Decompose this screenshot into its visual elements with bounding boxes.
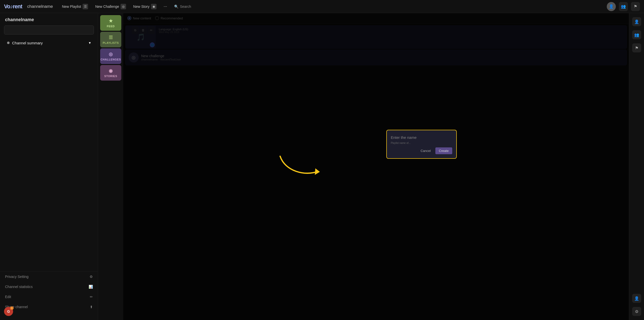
right-icon-people[interactable]: 👥 bbox=[632, 30, 641, 39]
edit-icon: ✏ bbox=[90, 295, 93, 299]
sidebar-dot bbox=[7, 42, 10, 44]
sidebar: channelname Channel summary ▾ Privacy Se… bbox=[0, 13, 98, 320]
new-challenge-label: New Challenge bbox=[95, 5, 119, 9]
nav-channel-name: channelname bbox=[27, 4, 53, 9]
content-area: ★ FEED ☰ PLAYLISTS ◎ CHALLENGES ◉ STORIE… bbox=[98, 13, 629, 320]
arrow-svg bbox=[275, 151, 325, 181]
playlists-label: PLAYLISTS bbox=[103, 41, 119, 44]
dialog-actions: Cancel Create bbox=[391, 147, 452, 154]
create-dialog: Playlist name of... Cancel Create bbox=[386, 130, 457, 159]
challenges-label: CHALLENGES bbox=[101, 58, 121, 61]
new-story-button[interactable]: New Story ◉ bbox=[131, 3, 159, 10]
sidebar-channel-statistics[interactable]: Channel statistics 📊 bbox=[0, 282, 98, 292]
new-challenge-button[interactable]: New Challenge ◎ bbox=[93, 3, 128, 10]
search-placeholder: Search bbox=[180, 5, 191, 9]
grammarly-badge: ! bbox=[10, 306, 14, 310]
grammarly-extension[interactable]: G ! bbox=[4, 307, 13, 316]
tab-challenges[interactable]: ◎ CHALLENGES bbox=[100, 48, 121, 64]
sidebar-edit[interactable]: Edit ✏ bbox=[0, 292, 98, 302]
dialog-subtitle: Playlist name of... bbox=[391, 142, 452, 144]
edit-label: Edit bbox=[5, 295, 11, 299]
chevron-down-icon: ▾ bbox=[89, 41, 91, 45]
stories-icon: ◉ bbox=[109, 68, 113, 74]
content-main: New content Recommended 🎵 ⧉ 🗑 ✏ bbox=[123, 13, 629, 320]
sidebar-item-channel-summary[interactable]: Channel summary ▾ bbox=[2, 38, 96, 48]
search-icon: 🔍 bbox=[174, 5, 178, 9]
sidebar-privacy-setting[interactable]: Privacy Setting ⚙ bbox=[0, 272, 98, 282]
right-icon-person-bottom[interactable]: 👤 bbox=[632, 294, 641, 303]
search-area[interactable]: 🔍 Search bbox=[174, 5, 191, 9]
avatar[interactable]: 👤 bbox=[607, 2, 616, 11]
topnav: Vo♪rent channelname New Playlist ☰ New C… bbox=[0, 0, 644, 13]
playlist-icon: ☰ bbox=[83, 4, 88, 9]
sidebar-channel-summary-label: Channel summary bbox=[12, 41, 43, 45]
create-button[interactable]: Create bbox=[435, 147, 452, 154]
tab-stories[interactable]: ◉ STORIES bbox=[100, 65, 121, 81]
sidebar-bottom: Privacy Setting ⚙ Channel statistics 📊 E… bbox=[0, 271, 98, 316]
sidebar-channel-name: channelname bbox=[0, 17, 98, 25]
more-options-button[interactable]: ⋯ bbox=[162, 4, 169, 10]
feed-icon: ★ bbox=[109, 18, 113, 24]
right-icon-flag[interactable]: ⚑ bbox=[632, 43, 641, 52]
playlists-icon: ☰ bbox=[109, 35, 113, 40]
more-icon: ⋯ bbox=[164, 5, 167, 9]
name-input[interactable] bbox=[391, 134, 452, 141]
nav-right: 👤 👥 ⚑ bbox=[607, 2, 640, 11]
right-sidebar: 👤 👥 ⚑ 👤 ⚙ bbox=[629, 13, 644, 320]
sidebar-item-left: Channel summary bbox=[7, 41, 43, 45]
modal-overlay bbox=[123, 13, 629, 320]
new-story-label: New Story bbox=[133, 5, 149, 9]
tabs-column: ★ FEED ☰ PLAYLISTS ◎ CHALLENGES ◉ STORIE… bbox=[98, 13, 123, 320]
right-icon-person[interactable]: 👤 bbox=[632, 17, 641, 26]
stories-label: STORIES bbox=[104, 75, 117, 78]
privacy-icon: ⚙ bbox=[90, 275, 93, 279]
sidebar-search-box bbox=[4, 25, 94, 35]
sidebar-share-channel[interactable]: Share channel ⬆ bbox=[0, 302, 98, 312]
tab-playlists[interactable]: ☰ PLAYLISTS bbox=[100, 32, 121, 47]
statistics-label: Channel statistics bbox=[5, 285, 33, 289]
share-icon: ⬆ bbox=[90, 305, 93, 309]
tab-feed[interactable]: ★ FEED bbox=[100, 15, 121, 31]
challenge-icon: ◎ bbox=[121, 4, 126, 9]
nav-icon-users[interactable]: 👥 bbox=[619, 2, 628, 11]
story-icon: ◉ bbox=[151, 4, 157, 9]
main-layout: channelname Channel summary ▾ Privacy Se… bbox=[0, 13, 644, 320]
arrow-container bbox=[275, 151, 325, 182]
svg-marker-0 bbox=[315, 168, 320, 175]
nav-icon-flag[interactable]: ⚑ bbox=[631, 2, 640, 11]
feed-label: FEED bbox=[107, 25, 115, 28]
challenges-icon: ◎ bbox=[109, 51, 113, 57]
statistics-icon: 📊 bbox=[89, 285, 93, 289]
privacy-label: Privacy Setting bbox=[5, 275, 28, 279]
right-icon-settings[interactable]: ⚙ bbox=[632, 307, 641, 316]
new-playlist-button[interactable]: New Playlist ☰ bbox=[60, 3, 90, 10]
new-playlist-label: New Playlist bbox=[62, 5, 81, 9]
app-logo: Vo♪rent bbox=[4, 3, 22, 10]
cancel-button[interactable]: Cancel bbox=[418, 147, 433, 154]
